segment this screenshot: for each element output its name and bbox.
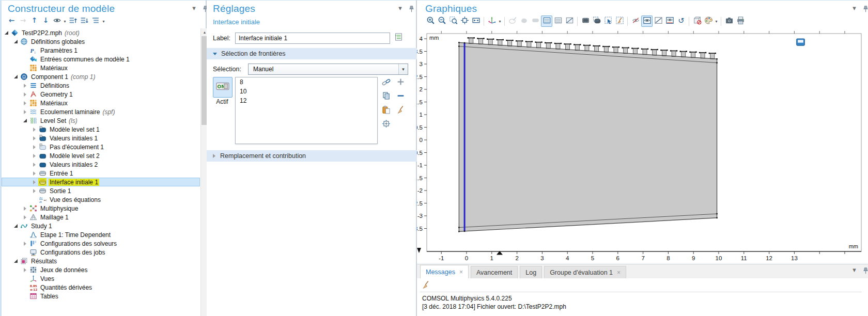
- tree-item-multiphysique[interactable]: Multiphysique: [2, 204, 200, 213]
- plot-area[interactable]: -101234567891011121343.532.521.510.50-0.…: [417, 28, 868, 262]
- pin-panel-button[interactable]: [861, 5, 868, 14]
- expand-closed-icon[interactable]: [32, 170, 37, 176]
- active-toggle[interactable]: ON: [213, 77, 233, 98]
- tree-item-ecoulement-laminaire[interactable]: Ecoulement laminaire(spf): [2, 107, 200, 116]
- view-hidden-entities-button[interactable]: [664, 15, 675, 27]
- tree-item-mod-le-level-set-2[interactable]: Modèle level set 2: [2, 151, 200, 160]
- tree-item-etape-1-time-dependent[interactable]: Etape 1: Time Dependent: [2, 230, 200, 239]
- expand-open-icon[interactable]: [13, 258, 19, 264]
- expand-closed-icon[interactable]: [32, 162, 37, 167]
- expand-open-icon[interactable]: [13, 223, 19, 229]
- zoom-extents-button[interactable]: [459, 15, 470, 27]
- geometry-tooth[interactable]: [701, 53, 705, 58]
- geometry-tooth[interactable]: [575, 44, 579, 50]
- selection-list-item[interactable]: 10: [236, 87, 377, 96]
- expand-open-icon[interactable]: [13, 39, 19, 44]
- geometry-tooth[interactable]: [498, 40, 502, 45]
- surface-rendering-button[interactable]: [541, 15, 552, 27]
- pin-panel-button[interactable]: [407, 5, 416, 14]
- print-button[interactable]: [735, 15, 746, 27]
- geometry-tooth[interactable]: [488, 39, 492, 45]
- tree-item-valeurs-initiales-2[interactable]: Valeurs initiales 2: [2, 160, 200, 169]
- geometry-tooth[interactable]: [595, 46, 599, 52]
- geometry-tooth[interactable]: [566, 44, 570, 50]
- expand-closed-icon[interactable]: [32, 144, 37, 150]
- geometry-tooth[interactable]: [672, 51, 676, 56]
- tree-item-maillage-1[interactable]: Maillage 1: [2, 213, 200, 222]
- expand-closed-icon[interactable]: [32, 188, 37, 194]
- chevron-down-icon[interactable]: ▾: [714, 19, 719, 24]
- tree-item-jeux-de-donn-es[interactable]: Jeux de données: [2, 265, 200, 274]
- clear-messages-button[interactable]: [420, 280, 431, 291]
- geometry-tooth[interactable]: [517, 41, 521, 46]
- expand-open-icon[interactable]: [4, 30, 9, 36]
- geometry-tooth[interactable]: [653, 50, 657, 55]
- expand-closed-icon[interactable]: [32, 179, 37, 185]
- transparency-button[interactable]: [564, 15, 575, 27]
- tab-log[interactable]: Log: [520, 266, 542, 278]
- view-unhidden-only-button[interactable]: [641, 15, 653, 27]
- plot-corner-icon[interactable]: [796, 37, 805, 47]
- expand-closed-icon[interactable]: [22, 267, 28, 273]
- image-snapshot-button[interactable]: [723, 15, 735, 27]
- expand-closed-icon[interactable]: [22, 241, 28, 246]
- expand-closed-icon[interactable]: [22, 214, 28, 220]
- geometry-tooth[interactable]: [710, 53, 715, 59]
- tree-item-vues[interactable]: Vues: [2, 274, 200, 283]
- section-override-contribution[interactable]: Remplacement et contribution: [207, 150, 417, 162]
- tree-item-sortie-1[interactable]: Sortie 1: [2, 186, 200, 195]
- tree-item-d-finitions[interactable]: Définitions: [2, 81, 200, 90]
- geometry-tooth[interactable]: [527, 41, 531, 47]
- expand-closed-icon[interactable]: [22, 91, 28, 97]
- go-to-default-view-button[interactable]: [486, 15, 498, 27]
- tree-item-component-1[interactable]: ΩComponent 1(comp 1): [2, 72, 200, 81]
- geometry-tooth[interactable]: [614, 47, 618, 53]
- collapse-panel-button[interactable]: ▼: [190, 5, 198, 14]
- geometry-tooth[interactable]: [624, 48, 628, 53]
- move-up-button[interactable]: ↑: [28, 15, 40, 27]
- selection-list-item[interactable]: 12: [236, 96, 377, 105]
- scene-lighting-button[interactable]: [691, 15, 703, 27]
- tree-item-param-tres-1[interactable]: PiParamètres 1: [2, 46, 200, 55]
- tab-avancement[interactable]: Avancement: [471, 266, 518, 278]
- expand-closed-icon[interactable]: [32, 127, 37, 132]
- selection-dropdown[interactable]: Manuel ▼: [248, 64, 408, 75]
- tree-item-mat-riaux[interactable]: Matériaux: [2, 99, 200, 107]
- collapse-panel-button[interactable]: ▼: [396, 5, 405, 14]
- tree-item-mat-riaux[interactable]: Matériaux: [2, 64, 200, 72]
- expand-closed-icon[interactable]: [22, 83, 28, 88]
- chevron-down-icon[interactable]: ▾: [63, 19, 67, 24]
- tree-item-mod-le-level-set-1[interactable]: Modèle level set 1: [2, 125, 200, 134]
- tab-messages[interactable]: Messages×: [420, 265, 469, 278]
- tree-item-d-finitions-globales[interactable]: Définitions globales: [2, 37, 200, 46]
- chevron-down-icon[interactable]: ▼: [398, 64, 408, 74]
- expand-closed-icon[interactable]: [22, 206, 28, 211]
- geometry-tooth[interactable]: [508, 40, 512, 46]
- select-objects-button[interactable]: [580, 15, 591, 27]
- model-tree-options-button[interactable]: [90, 15, 101, 27]
- geometry-tooth[interactable]: [681, 52, 686, 57]
- geometry-tooth[interactable]: [478, 39, 483, 44]
- close-tab-icon[interactable]: ×: [617, 269, 621, 276]
- tree-item-entr-es-communes-de-mod-le-1[interactable]: Entrées communes de modèle 1: [2, 55, 200, 64]
- wireframe-rendering-button[interactable]: [552, 15, 564, 27]
- reset-hiding-button[interactable]: ↺: [675, 15, 687, 27]
- tree-item-entr-e-1[interactable]: Entrée 1: [2, 169, 200, 178]
- geometry-tooth[interactable]: [585, 45, 589, 51]
- draw-solid-button[interactable]: [518, 15, 530, 27]
- paste-selection-button[interactable]: [380, 105, 392, 116]
- geometry-tooth[interactable]: [662, 50, 666, 56]
- geometry-tooth[interactable]: [633, 49, 637, 54]
- expand-closed-icon[interactable]: [32, 153, 37, 159]
- select-entities-button[interactable]: [591, 15, 602, 27]
- geometry-tooth[interactable]: [537, 42, 541, 48]
- move-down-button[interactable]: ↓: [40, 15, 51, 27]
- zoom-out-button[interactable]: [436, 15, 447, 27]
- collapse-panel-button[interactable]: ▼: [850, 5, 859, 14]
- tree-item-vue-des-quations[interactable]: ∂u∂t=fVue des équations: [2, 195, 200, 204]
- tree-item-tables[interactable]: Tables: [2, 292, 200, 301]
- geometry-tooth[interactable]: [604, 46, 608, 52]
- back-button[interactable]: ←: [6, 15, 17, 27]
- geometry-tooth[interactable]: [691, 52, 695, 58]
- zoom-in-button[interactable]: [425, 15, 436, 27]
